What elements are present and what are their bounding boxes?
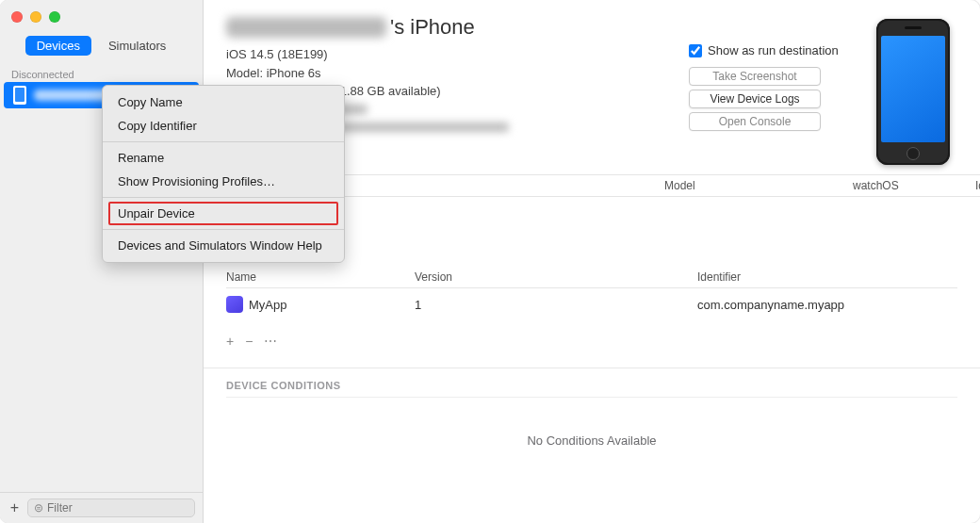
add-app-button[interactable]: +: [226, 334, 234, 349]
meta-model: Model: iPhone 6s: [226, 64, 679, 83]
window-traffic-lights: [11, 11, 60, 23]
take-screenshot-button[interactable]: Take Screenshot: [689, 67, 821, 86]
ctx-separator: [103, 141, 344, 142]
add-device-button[interactable]: +: [8, 499, 22, 516]
ctx-copy-name[interactable]: Copy Name: [103, 90, 344, 114]
filter-input[interactable]: [47, 501, 188, 515]
device-conditions-empty: No Conditions Available: [226, 397, 957, 483]
minimize-window-button[interactable]: [30, 11, 41, 23]
open-console-button[interactable]: Open Console: [689, 112, 821, 131]
show-as-run-destination[interactable]: Show as run destination: [689, 43, 839, 57]
ctx-separator: [103, 229, 344, 230]
app-actions-button[interactable]: ⋯: [264, 334, 277, 349]
device-thumbnail-area: [868, 15, 957, 165]
ctx-unpair-device[interactable]: Unpair Device: [118, 206, 329, 221]
remove-app-button[interactable]: −: [245, 334, 253, 349]
device-header-actions: Show as run destination Take Screenshot …: [689, 15, 868, 131]
ctx-rename[interactable]: Rename: [103, 146, 344, 170]
zoom-window-button[interactable]: [49, 11, 60, 23]
col-model: Model: [664, 179, 853, 192]
col-identifier: Identifier: [975, 179, 980, 192]
sidebar-section-disconnected: Disconnected: [0, 63, 203, 82]
app-version: 1: [415, 298, 697, 312]
filter-field-wrap[interactable]: ⊜: [27, 498, 195, 517]
meta-ios: iOS 14.5 (18E199): [226, 45, 679, 64]
ctx-show-profiles[interactable]: Show Provisioning Profiles…: [103, 170, 344, 193]
ctx-help[interactable]: Devices and Simulators Window Help: [103, 234, 344, 257]
installed-apps-header: Name Version Identifier: [226, 267, 957, 288]
apps-col-version: Version: [415, 270, 697, 284]
ctx-separator: [103, 197, 344, 198]
device-context-menu: Copy Name Copy Identifier Rename Show Pr…: [102, 85, 345, 263]
device-title-suffix: 's iPhone: [390, 15, 475, 40]
apps-col-identifier: Identifier: [697, 270, 957, 284]
owner-name-redacted: [226, 17, 386, 38]
device-title: 's iPhone: [226, 15, 679, 40]
view-device-logs-button[interactable]: View Device Logs: [689, 90, 821, 108]
tab-simulators[interactable]: Simulators: [97, 36, 177, 56]
filter-icon: ⊜: [34, 501, 43, 515]
installed-apps-toolbar: + − ⋯: [226, 315, 957, 358]
phone-speaker: [905, 26, 922, 29]
devices-window: Devices Simulators Disconnected + ⊜ 's i…: [0, 0, 980, 523]
show-as-run-destination-checkbox[interactable]: [689, 44, 702, 57]
sidebar-bottom-bar: + ⊜: [0, 492, 203, 523]
device-action-buttons: Take Screenshot View Device Logs Open Co…: [689, 67, 821, 131]
app-name: MyApp: [249, 298, 286, 312]
show-as-run-destination-label: Show as run destination: [708, 43, 839, 57]
app-icon: [226, 296, 243, 313]
device-conditions-block: DEVICE CONDITIONS No Conditions Availabl…: [204, 368, 980, 483]
tab-devices[interactable]: Devices: [25, 36, 91, 56]
iphone-icon: [13, 86, 26, 105]
iphone-thumbnail: [876, 19, 950, 165]
ctx-copy-identifier[interactable]: Copy Identifier: [103, 114, 344, 138]
col-watchos: watchOS: [853, 179, 975, 192]
installed-app-row[interactable]: MyApp 1 com.companyname.myapp: [226, 288, 957, 315]
close-window-button[interactable]: [11, 11, 23, 23]
phone-home-button: [906, 147, 920, 160]
phone-screen: [881, 36, 945, 142]
sidebar-tabs: Devices Simulators: [0, 36, 203, 56]
app-identifier: com.companyname.myapp: [697, 298, 957, 312]
device-conditions-label: DEVICE CONDITIONS: [204, 368, 980, 397]
installed-apps-block: Name Version Identifier MyApp 1 com.comp…: [204, 267, 980, 358]
apps-col-name: Name: [226, 270, 415, 284]
ctx-unpair-highlight: Unpair Device: [108, 202, 338, 225]
